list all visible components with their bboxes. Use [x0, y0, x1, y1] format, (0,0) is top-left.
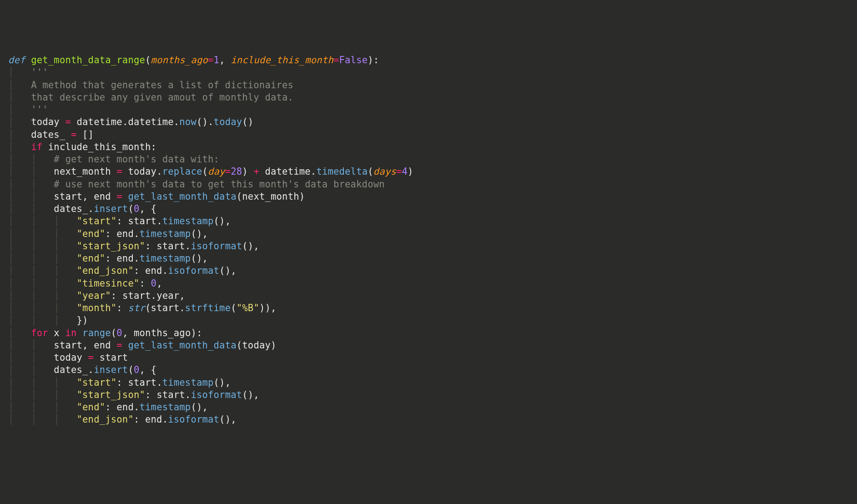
docstring: ''' [31, 67, 48, 78]
dict-key-end: "end" [77, 402, 106, 413]
dict-key-end-json: "end_json" [77, 414, 134, 425]
indent-guide: │ │ │ [8, 302, 77, 313]
var-start: start [156, 389, 185, 400]
var-x: x [54, 328, 60, 338]
class-timedelta: timedelta [316, 166, 368, 177]
method-strftime: strftime [185, 302, 231, 313]
indent-guide: │ [8, 116, 31, 127]
param-include-this-month: include_this_month [231, 55, 333, 66]
indent-guide: │ │ │ [8, 216, 77, 227]
indent-guide: │ [8, 129, 31, 140]
indent-guide: │ │ [8, 203, 54, 214]
indent-guide: │ [8, 328, 31, 338]
dict-key-start: "start" [77, 216, 117, 227]
var-end: end [145, 265, 162, 276]
attr-year: year [156, 290, 179, 301]
str-format-B: "%B" [237, 302, 259, 313]
indent-guide: │ │ [8, 191, 54, 202]
builtin-range: range [82, 328, 111, 338]
builtin-str: str [128, 302, 145, 313]
paren: ( [145, 55, 151, 66]
arg-next-month: next_month [242, 191, 299, 202]
method-timestamp: timestamp [140, 253, 191, 264]
var-months-ago: months_ago [134, 328, 191, 338]
literal-4: 4 [402, 166, 408, 177]
dict-key-end: "end" [77, 228, 106, 239]
indent-guide: │ │ │ [8, 228, 77, 239]
literal-0: 0 [151, 278, 157, 289]
indent-guide: │ [8, 92, 31, 103]
dict-key-start-json: "start_json" [77, 389, 146, 400]
var-start: start [151, 302, 180, 313]
dict-key-start: "start" [77, 377, 117, 388]
indent-guide: │ │ [8, 179, 54, 190]
indent-guide: │ │ [8, 154, 54, 165]
param-months-ago: months_ago [151, 55, 208, 66]
indent-guide: │ │ │ [8, 290, 77, 301]
op-assign: = [116, 166, 122, 177]
arg-today: today [242, 340, 271, 351]
colon: : [373, 55, 379, 66]
var-today: today [31, 116, 60, 127]
var-start: start [122, 290, 151, 301]
dict-key-year: "year" [77, 290, 111, 301]
var-start: start [54, 191, 82, 202]
method-timestamp: timestamp [162, 377, 214, 388]
docstring: A method that generates a list of dictio… [31, 80, 293, 91]
var-start: start [100, 352, 128, 363]
var-today: today [128, 166, 156, 177]
docstring: that describe any given amout of monthly… [31, 92, 293, 103]
comma: , [219, 55, 231, 66]
indent-guide: │ │ │ [8, 414, 77, 425]
indent-guide: │ │ [8, 166, 54, 177]
indent-guide: │ │ │ [8, 377, 77, 388]
dict-key-end-json: "end_json" [77, 265, 134, 276]
fn-get-last-month-data: get_last_month_data [128, 340, 236, 351]
module-datetime: datetime [265, 166, 310, 177]
op-eq: = [333, 55, 339, 66]
indent-guide: │ │ │ [8, 265, 77, 276]
comment: # use next month's data to get this mont… [54, 179, 384, 190]
dict-key-timesince: "timesince" [77, 278, 140, 289]
method-isoformat: isoformat [168, 414, 219, 425]
indent-guide: │ [8, 104, 31, 115]
var-end: end [116, 228, 134, 239]
literal-0: 0 [116, 328, 122, 338]
op-plus: + [253, 166, 259, 177]
op-assign: = [88, 352, 94, 363]
indent-guide: │ │ [8, 364, 54, 375]
method-replace: replace [162, 166, 202, 177]
method-isoformat: isoformat [191, 241, 242, 252]
var-end: end [116, 253, 134, 264]
function-name: get_month_data_range [31, 55, 145, 66]
var-dates: dates_ [31, 129, 65, 140]
indent-guide: │ │ │ [8, 402, 77, 413]
module-datetime: datetime [77, 116, 122, 127]
method-isoformat: isoformat [168, 265, 219, 276]
literal-false: False [339, 55, 368, 66]
indent-guide: │ │ │ [8, 389, 77, 400]
fn-get-last-month-data: get_last_month_data [128, 191, 236, 202]
op-assign: = [71, 129, 77, 140]
var-start: start [128, 216, 156, 227]
keyword-def: def [8, 55, 25, 66]
dict-key-end: "end" [77, 253, 106, 264]
method-timestamp: timestamp [140, 402, 191, 413]
var-end: end [94, 340, 111, 351]
var-dates: dates_ [54, 364, 88, 375]
var-end: end [94, 191, 111, 202]
var-dates: dates_ [54, 203, 88, 214]
comment: # get next month's data with: [54, 154, 219, 165]
op-assign: = [116, 191, 122, 202]
indent-guide: │ [8, 80, 31, 91]
indent-guide: │ │ [8, 340, 54, 351]
op-assign: = [116, 340, 122, 351]
method-isoformat: isoformat [191, 389, 242, 400]
paren: ) [368, 55, 373, 66]
op-assign: = [65, 116, 71, 127]
code-editor[interactable]: def get_month_data_range(months_ago=1, i… [8, 54, 849, 426]
keyword-in: in [65, 328, 76, 338]
kwarg-days: days [373, 166, 396, 177]
literal-0: 0 [134, 203, 140, 214]
indent-guide: │ │ │ [8, 241, 77, 252]
